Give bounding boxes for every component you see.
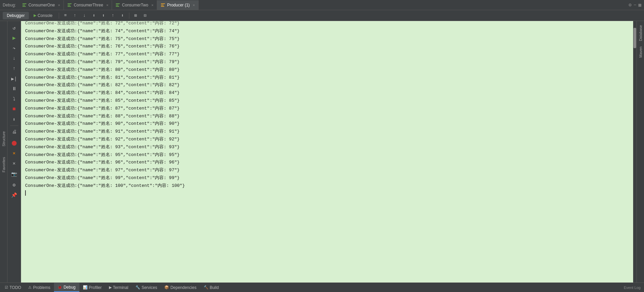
- restart-btn[interactable]: ↺: [10, 23, 19, 33]
- tab-consumer-one-close[interactable]: ×: [58, 3, 60, 7]
- profiler-tab[interactable]: 📊 Profiler: [79, 283, 106, 292]
- minimize-icon[interactable]: −: [633, 2, 636, 8]
- step-into-btn[interactable]: ⬆: [99, 11, 108, 20]
- breakpoint-btn[interactable]: ⬤: [10, 138, 19, 148]
- build-tab[interactable]: 🔨 Build: [200, 283, 223, 292]
- console-line: ConsumerOne-发送成功:{"name":"姓名: 96","conte…: [21, 159, 633, 167]
- toolbar-row: Debugger ▶ Console ≡ ↑ ↓ ⬇ ⬆ ↑ ⬇ ⊞ ⊟: [0, 10, 644, 21]
- settings-sidebar-btn[interactable]: ⚙: [10, 180, 19, 190]
- console-output[interactable]: ConsumerOne-发送成功:{"name":"姓名: 72","conte…: [21, 21, 633, 283]
- svg-rect-3: [68, 3, 72, 4]
- terminal-tab[interactable]: ▶ Terminal: [106, 283, 132, 292]
- thread-icon-two: [115, 3, 120, 7]
- step-into-sidebar-btn[interactable]: ↓: [10, 54, 19, 63]
- resume-btn[interactable]: ▶: [10, 33, 19, 43]
- maven-tab[interactable]: Maven: [638, 44, 643, 60]
- build-icon: 🔨: [204, 285, 208, 290]
- tab-consumer-three-label: ConsumerThree: [74, 3, 103, 7]
- run-to-cursor-btn[interactable]: ⬇: [118, 11, 127, 20]
- tab-consumer-one-label: ConsumerOne: [29, 3, 55, 7]
- console-label: Console: [38, 13, 53, 18]
- svg-rect-4: [68, 5, 70, 5]
- services-label: Services: [142, 285, 157, 290]
- console-line: ConsumerOne-发送成功:{"name":"姓名: 76","conte…: [21, 43, 633, 51]
- sidebar-sep-1: [10, 125, 18, 126]
- console-line: ConsumerOne-发送成功:{"name":"姓名: 99","conte…: [21, 174, 633, 182]
- console-line: ConsumerOne-发送成功:{"name":"姓名: 97","conte…: [21, 167, 633, 174]
- step-out-sidebar-btn[interactable]: ↑: [10, 64, 19, 73]
- tab-bar-right: ⚙ − ▦: [629, 2, 644, 8]
- console-line: ConsumerOne-发送成功:{"name":"姓名: 74","conte…: [21, 27, 633, 35]
- camera-btn[interactable]: 📷: [10, 169, 19, 179]
- svg-rect-11: [161, 6, 164, 7]
- stop-btn[interactable]: ■: [10, 104, 19, 114]
- svg-rect-5: [68, 6, 71, 7]
- tab-consumer-three-close[interactable]: ×: [106, 3, 108, 7]
- database-tab[interactable]: Database: [638, 22, 643, 44]
- dependencies-icon: 📦: [164, 285, 169, 290]
- bottom-bar: ☑ TODO ⚠ Problems 🐞 Debug 📊 Profiler ▶ T…: [0, 283, 644, 292]
- todo-icon: ☑: [5, 285, 8, 290]
- run-cursor-btn[interactable]: ▶|: [10, 74, 19, 83]
- svg-rect-9: [161, 3, 165, 4]
- pin-btn[interactable]: 📌: [10, 190, 19, 200]
- clear-btn[interactable]: ✕: [10, 158, 19, 168]
- main-area: Structure Favorites ↺ ▶ ↷ ↓ ↑ ▶| ⏸ ⤵ ■ ⬇…: [0, 21, 644, 283]
- console-line: ConsumerOne-发送成功:{"name":"姓名: 79","conte…: [21, 58, 633, 66]
- tab-producer[interactable]: Producer (1) ×: [157, 0, 199, 10]
- todo-label: TODO: [10, 285, 21, 290]
- console-line: ConsumerOne-发送成功:{"name":"姓名: 75","conte…: [21, 35, 633, 43]
- step-over-sidebar-btn[interactable]: ↷: [10, 43, 19, 53]
- tab-consumer-one[interactable]: ConsumerOne ×: [19, 0, 64, 10]
- svg-rect-0: [22, 3, 26, 4]
- settings-icon[interactable]: ⚙: [629, 2, 631, 8]
- console-line: ConsumerOne-发送成功:{"name":"姓名: 85","conte…: [21, 97, 633, 105]
- services-tab[interactable]: 🔧 Services: [132, 283, 161, 292]
- profiler-label: Profiler: [89, 285, 102, 290]
- problems-label: Problems: [33, 285, 50, 290]
- dependencies-tab[interactable]: 📦 Dependencies: [161, 283, 200, 292]
- console-line: ConsumerOne-发送成功:{"name":"姓名: 84","conte…: [21, 89, 633, 97]
- right-panel: Database Maven: [637, 21, 644, 283]
- tab-consumer-two-close[interactable]: ×: [151, 3, 153, 7]
- format-btn[interactable]: ≡: [61, 11, 70, 20]
- event-log-label[interactable]: Event Log: [624, 286, 644, 290]
- grid-btn[interactable]: ⊟: [141, 11, 150, 20]
- sort-desc-btn[interactable]: ↓: [80, 11, 89, 20]
- tab-consumer-three[interactable]: ConsumerThree ×: [64, 0, 112, 10]
- pause-btn[interactable]: ⏸: [10, 84, 19, 94]
- toolbar-sep-1: [59, 13, 59, 19]
- drop-frame-btn[interactable]: ⬇: [10, 115, 19, 124]
- print-btn[interactable]: 🖨: [10, 127, 19, 137]
- tab-producer-label: Producer (1): [167, 3, 190, 7]
- tab-producer-close[interactable]: ×: [193, 3, 195, 7]
- todo-tab[interactable]: ☑ TODO: [1, 283, 25, 292]
- favorites-tab[interactable]: Favorites: [1, 155, 6, 174]
- dependencies-label: Dependencies: [170, 285, 197, 290]
- debug-label-bottom: Debug: [63, 285, 75, 290]
- console-line: ConsumerOne-发送成功:{"name":"姓名: 87","conte…: [21, 105, 633, 113]
- structure-tab[interactable]: Structure: [1, 129, 6, 149]
- console-line: ConsumerOne-发送成功:{"name":"姓名: 80","conte…: [21, 66, 633, 74]
- left-edge-panel: Structure Favorites: [0, 21, 7, 283]
- console-tab[interactable]: ▶ Console: [30, 12, 57, 19]
- problems-tab[interactable]: ⚠ Problems: [25, 283, 54, 292]
- scroll-thumb[interactable]: [633, 28, 636, 48]
- console-line: ConsumerOne-发送成功:{"name":"姓名: 100","cont…: [21, 182, 633, 190]
- thread-icon-three: [67, 3, 72, 7]
- tab-consumer-two[interactable]: ConsumerTwo ×: [112, 0, 157, 10]
- debug-tab[interactable]: 🐞 Debug: [54, 283, 79, 292]
- console-line: ConsumerOne-发送成功:{"name":"姓名: 91","conte…: [21, 128, 633, 136]
- debug-label: Debug:: [3, 3, 16, 7]
- table-btn[interactable]: ⊞: [131, 11, 140, 20]
- console-line: ConsumerOne-发送成功:{"name":"姓名: 82","conte…: [21, 81, 633, 89]
- mute-btn[interactable]: ✕: [10, 148, 19, 158]
- step-trace-btn[interactable]: ⤵: [10, 94, 19, 104]
- scrollbar[interactable]: [633, 21, 637, 283]
- sort-asc-btn[interactable]: ↑: [71, 11, 79, 20]
- tab-consumer-two-label: ConsumerTwo: [122, 3, 148, 7]
- step-over-btn[interactable]: ⬇: [90, 11, 98, 20]
- layout-icon[interactable]: ▦: [639, 2, 641, 8]
- step-out-btn[interactable]: ↑: [109, 11, 117, 20]
- debugger-tab[interactable]: Debugger: [3, 12, 29, 19]
